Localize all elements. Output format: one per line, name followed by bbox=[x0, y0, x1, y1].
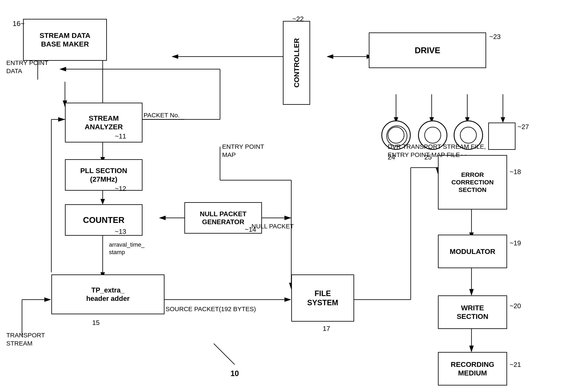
ref-22: ~22 bbox=[292, 15, 304, 24]
stream-analyzer-label: STREAMANALYZER bbox=[85, 114, 123, 131]
pll-section-label: PLL SECTION(27MHz) bbox=[80, 166, 127, 184]
stream-analyzer-box: STREAMANALYZER bbox=[65, 103, 142, 142]
counter-label: COUNTER bbox=[83, 215, 124, 225]
tp-extra-header-adder-label: TP_extra_header adder bbox=[86, 286, 130, 302]
svg-marker-56 bbox=[470, 346, 474, 352]
svg-marker-36 bbox=[58, 117, 65, 122]
controller-label: CONTROLLER bbox=[292, 38, 301, 88]
packet-no-label: PACKET No. bbox=[144, 111, 180, 119]
error-correction-section-box: ERRORCORRECTIONSECTION bbox=[438, 155, 507, 210]
null-packet-generator-label: NULL PACKETGENERATOR bbox=[200, 210, 247, 226]
transport-stream-label: TRANSPORTSTREAM bbox=[6, 331, 45, 347]
ref-13: ~13 bbox=[115, 227, 126, 236]
svg-marker-34 bbox=[44, 298, 51, 302]
svg-marker-5 bbox=[100, 199, 105, 204]
modulator-box: MODULATOR bbox=[438, 235, 507, 268]
ref-17: 17 bbox=[323, 324, 330, 333]
diagram: STREAM DATABASE MAKER 16~ STREAMANALYZER… bbox=[0, 0, 584, 392]
svg-marker-28 bbox=[159, 216, 166, 220]
drive-box: DRIVE bbox=[369, 32, 486, 68]
controller-box: CONTROLLER bbox=[283, 21, 310, 105]
file-system-label: FILESYSTEM bbox=[307, 289, 338, 307]
entry-point-data-label: ENTRY POINTDATA bbox=[6, 59, 48, 75]
svg-marker-23 bbox=[172, 54, 178, 59]
modulator-label: MODULATOR bbox=[450, 247, 495, 256]
ref-15: 15 bbox=[92, 318, 100, 327]
source-packet-label: SOURCE PACKET(192 BYTES) bbox=[166, 305, 256, 313]
disc-25-inner bbox=[424, 127, 441, 144]
svg-line-57 bbox=[214, 344, 235, 364]
svg-marker-30 bbox=[284, 216, 291, 220]
arraval-time-stamp-label: arraval_time_stamp bbox=[109, 241, 144, 256]
drive-label: DRIVE bbox=[415, 45, 440, 55]
stream-data-base-maker-box: STREAM DATABASE MAKER bbox=[23, 19, 107, 61]
recording-medium-label: RECORDINGMEDIUM bbox=[451, 360, 494, 377]
ref-21: ~21 bbox=[510, 360, 521, 369]
ref-20: ~20 bbox=[510, 302, 521, 310]
recording-medium-box: RECORDINGMEDIUM bbox=[438, 352, 507, 386]
ref-16: 16~ bbox=[12, 19, 25, 28]
svg-marker-26 bbox=[327, 54, 333, 59]
stream-data-base-maker-label: STREAM DATABASE MAKER bbox=[40, 31, 90, 48]
ref-12: ~12 bbox=[115, 184, 126, 193]
ref-19: ~19 bbox=[510, 239, 521, 248]
counter-box: COUNTER bbox=[65, 204, 142, 236]
dvr-label: DVR TRANSPORT STREAM FILE,ENTRY POINT MA… bbox=[388, 142, 486, 159]
file-system-box: FILESYSTEM bbox=[291, 274, 354, 322]
ref-10-label: 10 bbox=[230, 369, 239, 378]
ref-18: ~18 bbox=[510, 168, 521, 176]
svg-marker-17 bbox=[60, 67, 66, 71]
svg-marker-54 bbox=[470, 289, 474, 296]
write-section-box: WRITESECTION bbox=[438, 296, 507, 329]
pll-section-box: PLL SECTION(27MHz) bbox=[65, 159, 142, 191]
write-section-label: WRITESECTION bbox=[456, 304, 488, 321]
ref-27: ~27 bbox=[518, 122, 529, 131]
error-correction-section-label: ERRORCORRECTIONSECTION bbox=[451, 171, 494, 194]
cartridge-27 bbox=[488, 122, 516, 150]
disc-26-inner bbox=[460, 127, 477, 144]
entry-point-map-label: ENTRY POINTMAP bbox=[222, 142, 264, 159]
disc-24-inner bbox=[388, 127, 404, 144]
ref-23: ~23 bbox=[489, 32, 500, 41]
null-packet-label: NULL PACKET bbox=[252, 222, 294, 230]
svg-marker-46 bbox=[501, 117, 505, 122]
tp-extra-header-adder-box: TP_extra_header adder bbox=[51, 274, 164, 314]
ref-11: ~11 bbox=[115, 132, 126, 141]
svg-marker-32 bbox=[284, 298, 291, 302]
